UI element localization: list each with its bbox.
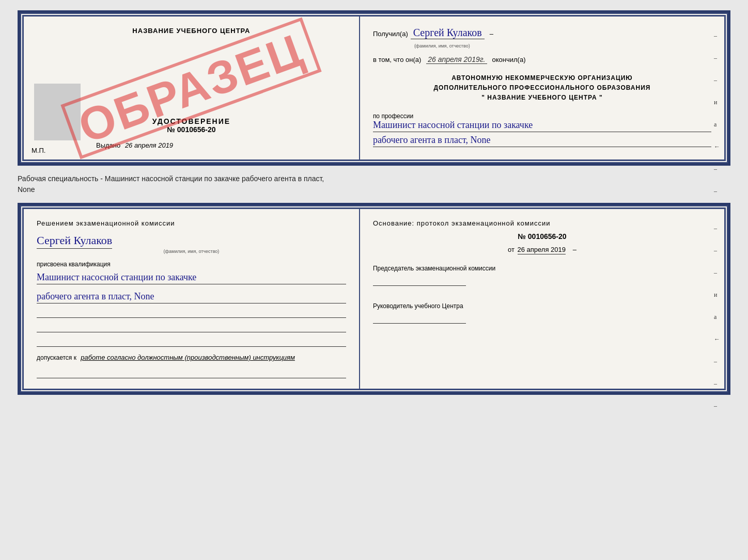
separator-line2: None bbox=[18, 184, 730, 195]
received-line: Получил(а) Сергей Кулаков – bbox=[373, 27, 711, 39]
director-section: Руководитель учебного Центра bbox=[373, 301, 711, 324]
certificate-label: УДОСТОВЕРЕНИЕ bbox=[37, 117, 346, 125]
profession-line1: Машинист насосной станции по закачке bbox=[373, 120, 711, 132]
protocol-date-value: 26 апреля 2019 bbox=[518, 246, 566, 254]
protocol-date-prefix: от bbox=[508, 246, 515, 253]
basis-title: Основание: протокол экзаменационной коми… bbox=[373, 219, 711, 227]
bottom-left-panel: Решением экзаменационной комиссии Сергей… bbox=[24, 209, 360, 389]
certificate-right-panel: – – – и а ← – – Получил(а) Сергей Кулако… bbox=[360, 17, 724, 159]
underline4 bbox=[37, 368, 346, 378]
right-dashes: – – – и а ← – – bbox=[714, 32, 720, 195]
person-name: Сергей Кулаков bbox=[37, 234, 112, 249]
issued-line: Выдано 26 апреля 2019 bbox=[37, 141, 346, 149]
photo-placeholder bbox=[34, 84, 81, 140]
training-center-title: НАЗВАНИЕ УЧЕБНОГО ЦЕНТРА bbox=[132, 27, 250, 35]
person-section: Сергей Кулаков (фамилия, имя, отчество) bbox=[37, 234, 346, 254]
received-label: Получил(а) bbox=[373, 30, 408, 38]
bottom-right-panel: – – – и а ← – – – Основание: протокол эк… bbox=[360, 209, 724, 389]
date-line: в том, что он(а) 26 апреля 2019г. окончи… bbox=[373, 55, 711, 64]
commission-title: Решением экзаменационной комиссии bbox=[37, 219, 346, 227]
allowed-prefix: допускается к bbox=[37, 354, 76, 361]
profession-section: по профессии Машинист насосной станции п… bbox=[373, 113, 711, 147]
chairman-title: Председатель экзаменационной комиссии bbox=[373, 264, 711, 273]
qualification-label: присвоена квалификация bbox=[37, 261, 346, 268]
allowed-section: допускается к работе согласно должностны… bbox=[37, 354, 346, 361]
org-line3: " НАЗВАНИЕ УЧЕБНОГО ЦЕНТРА " bbox=[373, 93, 711, 103]
qualification-line2: рабочего агента в пласт, None bbox=[37, 291, 346, 303]
chairman-signature-line bbox=[373, 273, 466, 286]
chairman-section: Председатель экзаменационной комиссии bbox=[373, 264, 711, 286]
separator-line1: Рабочая специальность - Машинист насосно… bbox=[18, 173, 730, 184]
date-prefix: в том, что он(а) bbox=[373, 56, 421, 63]
certificate-left-panel: НАЗВАНИЕ УЧЕБНОГО ЦЕНТРА УДОСТОВЕРЕНИЕ №… bbox=[24, 17, 360, 159]
underline2 bbox=[37, 322, 346, 332]
separator-text: Рабочая специальность - Машинист насосно… bbox=[18, 171, 730, 198]
issued-label: Выдано bbox=[96, 141, 120, 149]
date-value: 26 апреля 2019г. bbox=[426, 55, 487, 64]
org-line1: АВТОНОМНУЮ НЕКОММЕРЧЕСКУЮ ОРГАНИЗАЦИЮ bbox=[373, 73, 711, 83]
underline1 bbox=[37, 308, 346, 318]
bottom-fio-sublabel: (фамилия, имя, отчество) bbox=[37, 249, 346, 254]
org-line2: ДОПОЛНИТЕЛЬНОГО ПРОФЕССИОНАЛЬНОГО ОБРАЗО… bbox=[373, 83, 711, 93]
fio-sublabel: (фамилия, имя, отчество) bbox=[373, 43, 711, 49]
certificate-number: № 0010656-20 bbox=[37, 125, 346, 134]
director-signature-line bbox=[373, 311, 466, 324]
qualification-line1: Машинист насосной станции по закачке bbox=[37, 272, 346, 284]
allowed-text: работе согласно должностным (производств… bbox=[81, 354, 295, 361]
bottom-right-dashes: – – – и а ← – – – bbox=[714, 225, 720, 410]
date-suffix: окончил(а) bbox=[492, 56, 526, 63]
obrazec-stamp: ОБРАЗЕЦ bbox=[61, 17, 322, 159]
underline3 bbox=[37, 337, 346, 347]
mp-label: М.П. bbox=[32, 147, 45, 154]
protocol-number: № 0010656-20 bbox=[373, 232, 711, 241]
issued-date: 26 апреля 2019 bbox=[125, 141, 173, 149]
director-title: Руководитель учебного Центра bbox=[373, 301, 711, 311]
dash1: – bbox=[490, 30, 493, 38]
recipient-name: Сергей Кулаков bbox=[411, 27, 485, 39]
profession-line2: рабочего агента в пласт, None bbox=[373, 135, 711, 147]
profession-label: по профессии bbox=[373, 113, 711, 120]
protocol-date: от 26 апреля 2019 – bbox=[373, 246, 711, 253]
org-text: АВТОНОМНУЮ НЕКОММЕРЧЕСКУЮ ОРГАНИЗАЦИЮ ДО… bbox=[373, 73, 711, 103]
